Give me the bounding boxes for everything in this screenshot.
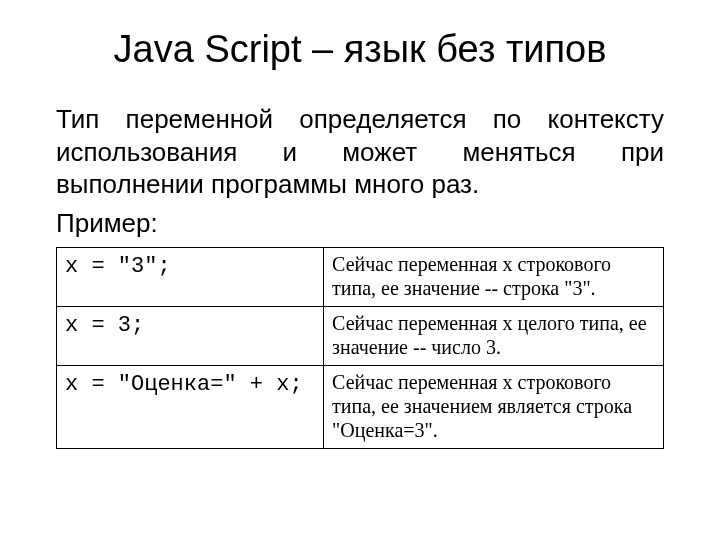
code-cell: x = "3"; — [57, 248, 324, 307]
table-row: x = 3; Сейчас переменная x целого типа, … — [57, 307, 664, 366]
desc-cell: Сейчас переменная x строкового типа, ее … — [324, 366, 664, 449]
desc-cell: Сейчас переменная x строкового типа, ее … — [324, 248, 664, 307]
table-row: x = "3"; Сейчас переменная x строкового … — [57, 248, 664, 307]
table-row: x = "Оценка=" + x; Сейчас переменная x с… — [57, 366, 664, 449]
slide-title: Java Script – язык без типов — [56, 28, 664, 71]
slide-paragraph: Тип переменной определяется по контексту… — [56, 103, 664, 201]
code-cell: x = "Оценка=" + x; — [57, 366, 324, 449]
example-table: x = "3"; Сейчас переменная x строкового … — [56, 247, 664, 449]
example-label: Пример: — [56, 207, 664, 240]
code-cell: x = 3; — [57, 307, 324, 366]
desc-cell: Сейчас переменная x целого типа, ее знач… — [324, 307, 664, 366]
